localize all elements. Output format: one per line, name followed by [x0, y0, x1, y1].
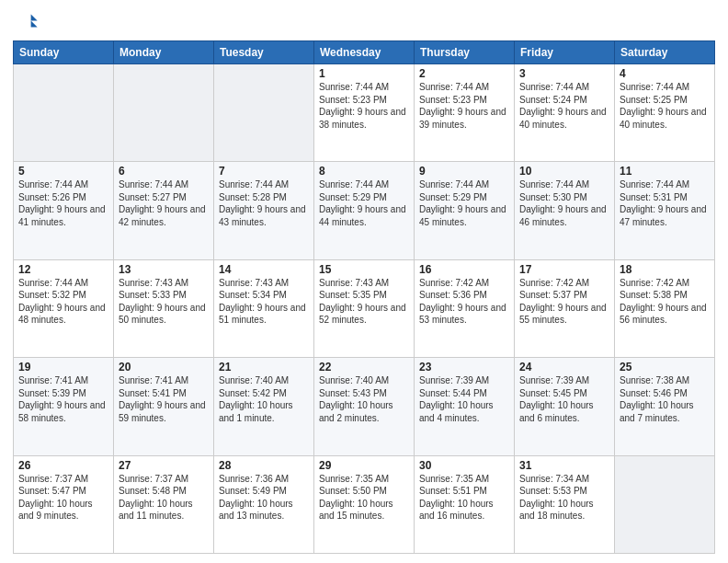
logo [13, 9, 42, 35]
day-info: Sunrise: 7:44 AM Sunset: 5:29 PM Dayligh… [319, 179, 406, 227]
day-number: 25 [620, 361, 710, 373]
empty-cell [214, 64, 314, 162]
day-number: 21 [219, 361, 309, 373]
day-cell-3: 3Sunrise: 7:44 AM Sunset: 5:24 PM Daylig… [515, 64, 615, 162]
day-number: 27 [119, 459, 209, 472]
day-number: 20 [119, 361, 209, 373]
day-cell-22: 22Sunrise: 7:40 AM Sunset: 5:43 PM Dayli… [314, 358, 415, 455]
day-info: Sunrise: 7:39 AM Sunset: 5:44 PM Dayligh… [419, 375, 494, 423]
day-cell-8: 8Sunrise: 7:44 AM Sunset: 5:29 PM Daylig… [314, 162, 415, 259]
day-number: 10 [519, 165, 609, 178]
day-cell-29: 29Sunrise: 7:35 AM Sunset: 5:50 PM Dayli… [314, 455, 415, 553]
day-info: Sunrise: 7:43 AM Sunset: 5:33 PM Dayligh… [119, 278, 206, 326]
day-cell-20: 20Sunrise: 7:41 AM Sunset: 5:41 PM Dayli… [114, 358, 214, 455]
day-header-tuesday: Tuesday [214, 41, 314, 64]
day-info: Sunrise: 7:42 AM Sunset: 5:37 PM Dayligh… [519, 278, 607, 326]
day-number: 14 [219, 263, 309, 276]
day-number: 12 [18, 263, 108, 276]
empty-cell [615, 455, 715, 553]
day-cell-18: 18Sunrise: 7:42 AM Sunset: 5:38 PM Dayli… [615, 259, 715, 357]
day-number: 30 [419, 459, 509, 472]
day-header-saturday: Saturday [615, 41, 715, 64]
day-header-friday: Friday [515, 41, 615, 64]
day-number: 5 [18, 165, 108, 178]
day-info: Sunrise: 7:41 AM Sunset: 5:41 PM Dayligh… [119, 375, 206, 423]
day-cell-27: 27Sunrise: 7:37 AM Sunset: 5:48 PM Dayli… [114, 455, 214, 553]
day-cell-5: 5Sunrise: 7:44 AM Sunset: 5:26 PM Daylig… [14, 162, 114, 259]
day-number: 24 [519, 361, 609, 373]
day-cell-26: 26Sunrise: 7:37 AM Sunset: 5:47 PM Dayli… [14, 455, 114, 553]
day-info: Sunrise: 7:35 AM Sunset: 5:50 PM Dayligh… [319, 474, 393, 522]
day-number: 11 [620, 165, 710, 178]
day-number: 29 [319, 459, 409, 472]
day-number: 9 [419, 165, 509, 178]
day-info: Sunrise: 7:44 AM Sunset: 5:29 PM Dayligh… [419, 179, 506, 227]
day-cell-16: 16Sunrise: 7:42 AM Sunset: 5:36 PM Dayli… [415, 259, 515, 357]
day-cell-12: 12Sunrise: 7:44 AM Sunset: 5:32 PM Dayli… [14, 259, 114, 357]
day-cell-31: 31Sunrise: 7:34 AM Sunset: 5:53 PM Dayli… [515, 455, 615, 553]
day-cell-14: 14Sunrise: 7:43 AM Sunset: 5:34 PM Dayli… [214, 259, 314, 357]
day-header-thursday: Thursday [415, 41, 515, 64]
week-row-4: 19Sunrise: 7:41 AM Sunset: 5:39 PM Dayli… [14, 358, 715, 455]
day-number: 28 [219, 459, 309, 472]
day-cell-23: 23Sunrise: 7:39 AM Sunset: 5:44 PM Dayli… [415, 358, 515, 455]
day-info: Sunrise: 7:36 AM Sunset: 5:49 PM Dayligh… [219, 474, 293, 522]
day-number: 16 [419, 263, 509, 276]
day-info: Sunrise: 7:40 AM Sunset: 5:43 PM Dayligh… [319, 375, 393, 423]
day-cell-1: 1Sunrise: 7:44 AM Sunset: 5:23 PM Daylig… [314, 64, 415, 162]
logo-icon [13, 9, 39, 35]
day-number: 6 [119, 165, 209, 178]
day-info: Sunrise: 7:44 AM Sunset: 5:27 PM Dayligh… [119, 179, 206, 227]
day-info: Sunrise: 7:44 AM Sunset: 5:24 PM Dayligh… [519, 82, 607, 130]
day-number: 1 [319, 67, 409, 80]
day-number: 7 [219, 165, 309, 178]
week-row-1: 1Sunrise: 7:44 AM Sunset: 5:23 PM Daylig… [14, 64, 715, 162]
day-info: Sunrise: 7:35 AM Sunset: 5:51 PM Dayligh… [419, 474, 494, 522]
day-number: 26 [18, 459, 108, 472]
day-cell-19: 19Sunrise: 7:41 AM Sunset: 5:39 PM Dayli… [14, 358, 114, 455]
day-number: 15 [319, 263, 409, 276]
day-info: Sunrise: 7:44 AM Sunset: 5:32 PM Dayligh… [18, 278, 106, 326]
day-number: 18 [620, 263, 710, 276]
day-info: Sunrise: 7:43 AM Sunset: 5:34 PM Dayligh… [219, 278, 306, 326]
day-info: Sunrise: 7:44 AM Sunset: 5:23 PM Dayligh… [419, 82, 506, 130]
week-row-2: 5Sunrise: 7:44 AM Sunset: 5:26 PM Daylig… [14, 162, 715, 259]
day-cell-30: 30Sunrise: 7:35 AM Sunset: 5:51 PM Dayli… [415, 455, 515, 553]
day-number: 4 [620, 67, 710, 80]
header [13, 9, 715, 35]
day-cell-9: 9Sunrise: 7:44 AM Sunset: 5:29 PM Daylig… [415, 162, 515, 259]
week-row-3: 12Sunrise: 7:44 AM Sunset: 5:32 PM Dayli… [14, 259, 715, 357]
day-info: Sunrise: 7:41 AM Sunset: 5:39 PM Dayligh… [18, 375, 106, 423]
day-cell-17: 17Sunrise: 7:42 AM Sunset: 5:37 PM Dayli… [515, 259, 615, 357]
day-info: Sunrise: 7:34 AM Sunset: 5:53 PM Dayligh… [519, 474, 594, 522]
day-number: 13 [119, 263, 209, 276]
day-info: Sunrise: 7:39 AM Sunset: 5:45 PM Dayligh… [519, 375, 594, 423]
day-cell-15: 15Sunrise: 7:43 AM Sunset: 5:35 PM Dayli… [314, 259, 415, 357]
day-info: Sunrise: 7:44 AM Sunset: 5:26 PM Dayligh… [18, 179, 106, 227]
day-number: 3 [519, 67, 609, 80]
day-info: Sunrise: 7:38 AM Sunset: 5:46 PM Dayligh… [620, 375, 694, 423]
day-header-wednesday: Wednesday [314, 41, 415, 64]
day-info: Sunrise: 7:43 AM Sunset: 5:35 PM Dayligh… [319, 278, 406, 326]
day-cell-6: 6Sunrise: 7:44 AM Sunset: 5:27 PM Daylig… [114, 162, 214, 259]
day-info: Sunrise: 7:44 AM Sunset: 5:25 PM Dayligh… [620, 82, 707, 130]
day-number: 23 [419, 361, 509, 373]
day-cell-24: 24Sunrise: 7:39 AM Sunset: 5:45 PM Dayli… [515, 358, 615, 455]
week-row-5: 26Sunrise: 7:37 AM Sunset: 5:47 PM Dayli… [14, 455, 715, 553]
svg-rect-0 [13, 9, 39, 35]
day-info: Sunrise: 7:42 AM Sunset: 5:38 PM Dayligh… [620, 278, 707, 326]
day-number: 8 [319, 165, 409, 178]
day-cell-25: 25Sunrise: 7:38 AM Sunset: 5:46 PM Dayli… [615, 358, 715, 455]
day-cell-10: 10Sunrise: 7:44 AM Sunset: 5:30 PM Dayli… [515, 162, 615, 259]
day-info: Sunrise: 7:44 AM Sunset: 5:31 PM Dayligh… [620, 179, 707, 227]
page: SundayMondayTuesdayWednesdayThursdayFrid… [0, 0, 728, 563]
day-info: Sunrise: 7:44 AM Sunset: 5:28 PM Dayligh… [219, 179, 306, 227]
day-cell-2: 2Sunrise: 7:44 AM Sunset: 5:23 PM Daylig… [415, 64, 515, 162]
day-number: 22 [319, 361, 409, 373]
day-cell-21: 21Sunrise: 7:40 AM Sunset: 5:42 PM Dayli… [214, 358, 314, 455]
day-cell-7: 7Sunrise: 7:44 AM Sunset: 5:28 PM Daylig… [214, 162, 314, 259]
calendar-header-row: SundayMondayTuesdayWednesdayThursdayFrid… [14, 41, 715, 64]
day-number: 31 [519, 459, 609, 472]
day-header-sunday: Sunday [14, 41, 114, 64]
day-cell-11: 11Sunrise: 7:44 AM Sunset: 5:31 PM Dayli… [615, 162, 715, 259]
